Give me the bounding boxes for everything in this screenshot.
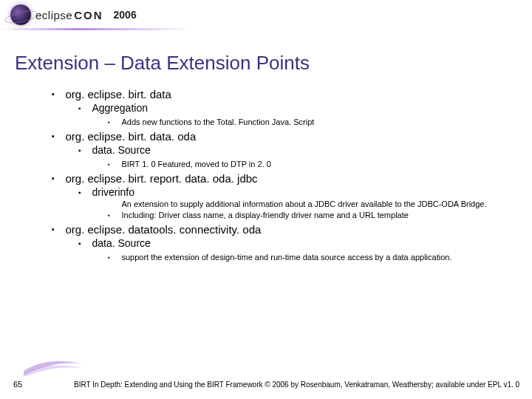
logo-brand2: CON xyxy=(74,9,103,21)
list-item: org. eclipse. birt. report. data. oda. j… xyxy=(52,172,532,221)
list-item: data. Source support the extension of de… xyxy=(78,236,532,263)
bullet-label: BIRT 1. 0 Featured, moved to DTP in 2. 0 xyxy=(121,159,270,170)
bullet-label: Aggregation xyxy=(92,102,148,114)
list-item: data. Source BIRT 1. 0 Featured, moved t… xyxy=(78,143,532,170)
logo-brand1: eclipse xyxy=(35,9,72,21)
list-item: Adds new functions to the Total. Functio… xyxy=(108,115,532,128)
bullet-label: data. Source xyxy=(92,237,150,249)
list-item: BIRT 1. 0 Featured, moved to DTP in 2. 0 xyxy=(108,157,532,170)
list-item: org. eclipse. datatools. connectivity. o… xyxy=(52,223,532,263)
slide-header: eclipse CON 2006 xyxy=(0,0,532,37)
list-item: org. eclipse. birt. data. oda data. Sour… xyxy=(52,130,532,170)
list-item: Aggregation Adds new functions to the To… xyxy=(78,101,532,128)
list-item: support the extension of design-time and… xyxy=(108,250,532,263)
eclipse-orb-icon xyxy=(10,4,31,25)
bullet-label: org. eclipse. birt. data xyxy=(65,88,171,100)
list-item: driverinfo An extension to supply additi… xyxy=(78,185,532,221)
logo-block: eclipse CON 2006 xyxy=(10,4,137,25)
bullet-label: support the extension of design-time and… xyxy=(121,252,451,263)
bullet-list: org. eclipse. birt. data Aggregation Add… xyxy=(52,88,532,263)
header-underline-swoosh xyxy=(0,28,192,30)
page-number: 65 xyxy=(13,380,22,389)
bullet-label: org. eclipse. birt. data. oda xyxy=(65,130,196,143)
list-item: org. eclipse. birt. data Aggregation Add… xyxy=(52,88,532,128)
bullet-label: org. eclipse. birt. report. data. oda. j… xyxy=(65,172,257,185)
bullet-label: org. eclipse. datatools. connectivity. o… xyxy=(65,223,261,236)
bullet-label: data. Source xyxy=(92,144,150,156)
copyright-text: BIRT In Depth: Extending and Using the B… xyxy=(74,381,519,389)
bullet-label: Adds new functions to the Total. Functio… xyxy=(121,117,314,128)
list-item: An extension to supply additional inform… xyxy=(108,199,532,221)
slide-title: Extension – Data Extension Points xyxy=(15,52,532,75)
footer-swoosh-icon xyxy=(24,355,83,377)
bullet-label: An extension to supply additional inform… xyxy=(121,199,505,221)
logo-year: 2006 xyxy=(114,9,137,21)
bullet-label: driverinfo xyxy=(92,186,134,198)
